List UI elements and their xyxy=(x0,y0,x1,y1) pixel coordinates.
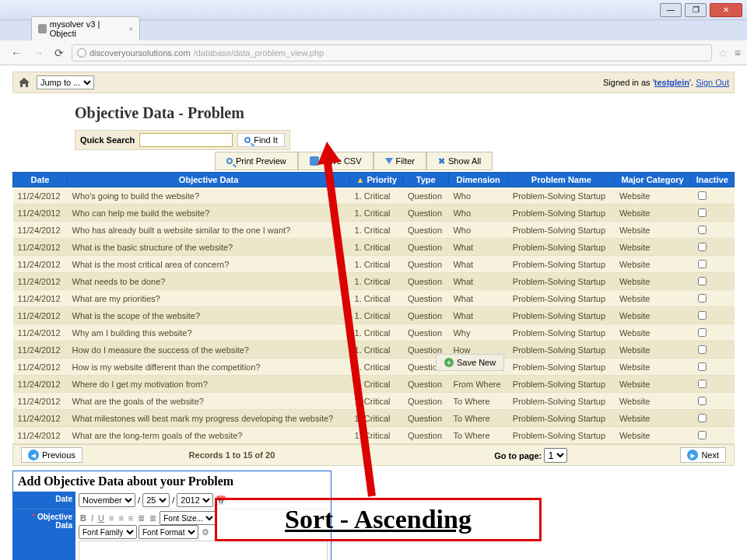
inactive-checkbox[interactable] xyxy=(698,397,707,405)
label-date: Date xyxy=(13,492,75,509)
annotation-label-box: Sort - Ascending xyxy=(215,498,542,541)
inactive-checkbox[interactable] xyxy=(698,328,707,337)
inactive-checkbox[interactable] xyxy=(698,362,707,371)
browser-tab-strip: mysolver v3 | Objecti × xyxy=(0,20,747,40)
print-preview-button[interactable]: Print Preview xyxy=(215,152,298,170)
quick-search-input[interactable] xyxy=(139,133,233,147)
table-row[interactable]: 11/24/2012What are the long-term goals o… xyxy=(13,427,735,444)
app-toolbar: Jump to ... Signed in as 'testglein'. Si… xyxy=(12,72,735,93)
table-row[interactable]: 11/24/2012What is the scope of the websi… xyxy=(13,307,735,324)
list-ol-icon[interactable]: ≣ xyxy=(136,513,146,523)
font-family-select[interactable]: Font Family xyxy=(79,525,137,539)
table-row[interactable]: 11/24/2012What is the most critical area… xyxy=(13,256,735,273)
globe-icon xyxy=(77,48,86,58)
label-objective-data: * Objective Data xyxy=(13,509,75,560)
inactive-checkbox[interactable] xyxy=(698,208,707,217)
close-window-button[interactable]: ✕ xyxy=(710,3,742,17)
table-row[interactable]: 11/24/2012Where do I get my motivation f… xyxy=(13,376,735,393)
browser-menu-icon[interactable]: ≡ xyxy=(735,47,741,59)
table-row[interactable]: 11/24/2012Who has already built a websit… xyxy=(13,222,735,239)
home-icon[interactable] xyxy=(18,77,30,88)
col-objective-data[interactable]: Objective Data xyxy=(68,173,350,187)
col-dimension[interactable]: Dimension xyxy=(448,173,507,187)
col-major-category[interactable]: Major Category xyxy=(615,173,690,187)
table-row[interactable]: 11/24/2012How is my website different th… xyxy=(13,359,735,376)
table-row[interactable]: 11/24/2012Who's going to build the websi… xyxy=(13,187,735,205)
inactive-checkbox[interactable] xyxy=(698,260,707,268)
bookmark-star-icon[interactable]: ☆ xyxy=(718,47,728,59)
col-inactive[interactable]: Inactive xyxy=(690,173,734,187)
inactive-checkbox[interactable] xyxy=(698,243,707,251)
col-priority[interactable]: ▲ Priority xyxy=(350,173,403,187)
table-row[interactable]: 11/24/2012How do I measure the success o… xyxy=(13,341,735,359)
annotation-text: Sort - Ascending xyxy=(285,505,472,534)
inactive-checkbox[interactable] xyxy=(698,311,707,320)
form-heading: Add Objective Data about your Problem xyxy=(18,474,326,488)
col-type[interactable]: Type xyxy=(403,173,449,187)
filter-icon xyxy=(385,158,393,164)
font-size-select[interactable]: Font Size... xyxy=(160,511,216,525)
magnifier-icon xyxy=(226,158,233,164)
filter-button[interactable]: Filter xyxy=(374,152,426,170)
align-center-icon[interactable]: ≡ xyxy=(117,513,124,523)
address-bar[interactable]: discoveryoursolutions.com/database/data_… xyxy=(72,44,712,61)
table-row[interactable]: 11/24/2012Who can help me build the webs… xyxy=(13,205,735,222)
back-button[interactable]: ← xyxy=(6,45,22,61)
maximize-button[interactable]: ❐ xyxy=(685,3,707,17)
tab-close-icon[interactable]: × xyxy=(128,25,133,33)
url-path: /database/data_problem_view.php xyxy=(194,48,324,58)
rte-extra-icon[interactable]: ⚙ xyxy=(200,527,211,537)
browser-toolbar: ← → ⟳ discoveryoursolutions.com/database… xyxy=(0,40,747,65)
reload-button[interactable]: ⟳ xyxy=(50,45,65,61)
plus-icon: + xyxy=(444,358,454,367)
pager-bar: ◄ Previous Records 1 to 15 of 20 Go to p… xyxy=(12,444,735,466)
align-left-icon[interactable]: ≡ xyxy=(107,513,115,523)
browser-tab[interactable]: mysolver v3 | Objecti × xyxy=(31,16,140,40)
rte-textarea[interactable] xyxy=(79,541,328,560)
previous-button[interactable]: ◄ Previous xyxy=(21,447,82,463)
table-row[interactable]: 11/24/2012What is the basic structure of… xyxy=(13,239,735,256)
bold-icon[interactable]: B xyxy=(79,513,88,523)
user-link[interactable]: testglein xyxy=(654,78,689,87)
save-icon xyxy=(310,156,319,166)
inactive-checkbox[interactable] xyxy=(698,191,707,200)
table-row[interactable]: 11/24/2012What are my priorities?1. Crit… xyxy=(13,290,735,307)
arrow-right-icon: ► xyxy=(687,450,698,460)
quick-search-label: Quick Search xyxy=(80,135,135,145)
table-row[interactable]: 11/24/2012What milestones will best mark… xyxy=(13,410,735,427)
month-select[interactable]: November xyxy=(79,493,135,507)
italic-icon[interactable]: I xyxy=(89,513,95,523)
find-it-button[interactable]: Find It xyxy=(237,133,285,147)
col-problem-name[interactable]: Problem Name xyxy=(508,173,615,187)
inactive-checkbox[interactable] xyxy=(698,345,707,354)
inactive-checkbox[interactable] xyxy=(698,431,707,439)
inactive-checkbox[interactable] xyxy=(698,226,707,234)
minimize-button[interactable]: — xyxy=(660,3,682,17)
inactive-checkbox[interactable] xyxy=(698,277,707,285)
search-icon xyxy=(244,137,251,143)
save-csv-button[interactable]: Save CSV xyxy=(298,152,374,170)
favicon-icon xyxy=(38,24,47,33)
forward-button[interactable]: → xyxy=(28,45,44,61)
align-right-icon[interactable]: ≡ xyxy=(127,513,135,523)
jump-to-select[interactable]: Jump to ... xyxy=(37,75,94,89)
url-host: discoveryoursolutions.com xyxy=(89,48,191,58)
year-select[interactable]: 2012 xyxy=(177,493,213,507)
page-select[interactable]: 1 xyxy=(544,448,567,463)
signed-in-status: Signed in as 'testglein'. Sign Out xyxy=(603,78,729,87)
inactive-checkbox[interactable] xyxy=(698,294,707,303)
table-row[interactable]: 11/24/2012What needs to be done?1. Criti… xyxy=(13,273,735,290)
list-ul-icon[interactable]: ≣ xyxy=(148,513,158,523)
day-select[interactable]: 25 xyxy=(142,493,170,507)
font-format-select[interactable]: Font Format xyxy=(139,525,198,539)
inactive-checkbox[interactable] xyxy=(698,414,707,422)
underline-icon[interactable]: U xyxy=(96,513,106,523)
table-row[interactable]: 11/24/2012Why am I building this website… xyxy=(13,324,735,341)
col-date[interactable]: Date xyxy=(13,173,68,187)
sign-out-link[interactable]: Sign Out xyxy=(696,78,729,87)
inactive-checkbox[interactable] xyxy=(698,380,707,388)
next-button[interactable]: ► Next xyxy=(680,447,726,463)
save-new-button[interactable]: + Save New xyxy=(436,354,504,371)
show-all-button[interactable]: ✖Show All xyxy=(426,152,493,170)
table-row[interactable]: 11/24/2012What are the goals of the webs… xyxy=(13,393,735,410)
